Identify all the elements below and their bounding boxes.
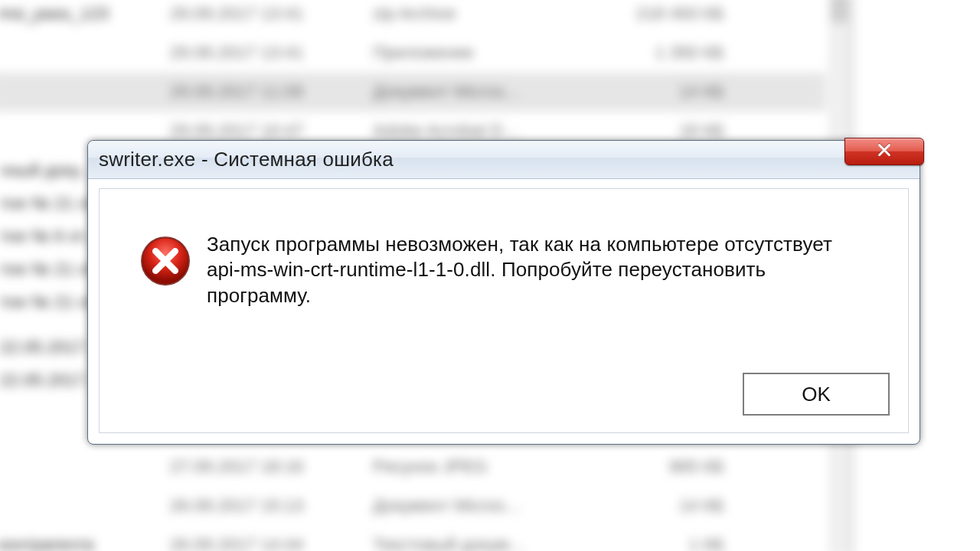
cell-type: zip Archive	[373, 4, 592, 24]
dialog-body: Запуск программы невозможен, так как на …	[99, 188, 909, 433]
table-row: 27.09.2017 18:16 Рисунок JPEG 865 КБ	[0, 447, 826, 486]
cell-date: 26.09.2017 14:44	[170, 535, 373, 551]
cell-size: 865 КБ	[592, 457, 733, 478]
table-row: 26.09.2017 15:13 Документ Micros… 14 КБ	[0, 486, 826, 525]
close-icon	[876, 142, 893, 161]
cell-date: 26.09.2017 15:13	[170, 496, 373, 517]
table-row: msi_pass_123 29.09.2017 13:41 zip Archiv…	[0, 0, 826, 34]
cell-size: 218 493 КБ	[592, 4, 733, 24]
bg-top-rows: msi_pass_123 29.09.2017 13:41 zip Archiv…	[0, 0, 826, 151]
table-row: контрагента 26.09.2017 14:44 Текстовый д…	[0, 525, 826, 551]
ok-button[interactable]: OK	[743, 373, 890, 416]
close-button[interactable]	[844, 138, 924, 165]
cell-name: msi_pass_123	[0, 4, 170, 24]
bg-bottom-rows: 27.09.2017 18:16 Рисунок JPEG 865 КБ 26.…	[0, 447, 826, 551]
cell-size: 1 350 КБ	[592, 43, 733, 64]
cell-size: 14 КБ	[592, 496, 733, 517]
cell-name: контрагента	[0, 535, 170, 551]
cell-date: 27.09.2017 18:16	[170, 457, 373, 478]
cell-type: Документ Micros…	[373, 82, 592, 103]
table-row: 29.09.2017 13:41 Приложение 1 350 КБ	[0, 34, 826, 73]
cell-type: Документ Micros…	[373, 496, 592, 517]
bg-scrollbar-thumb	[832, 0, 847, 22]
cell-type: Рисунок JPEG	[373, 457, 592, 478]
error-icon	[139, 235, 191, 287]
dialog-titlebar[interactable]: swriter.exe - Системная ошибка	[88, 141, 920, 179]
cell-size: 14 КБ	[592, 82, 733, 103]
cell-type: Текстовый докум…	[373, 535, 592, 551]
dialog-buttons: OK	[743, 373, 890, 416]
table-row: 29.09.2017 11:09 Документ Micros… 14 КБ	[0, 73, 826, 112]
cell-size: 18 КБ	[592, 121, 733, 142]
error-dialog: swriter.exe - Системная ошибка	[87, 140, 920, 445]
dialog-title: swriter.exe - Системная ошибка	[88, 148, 394, 171]
message-area: Запуск программы невозможен, так как на …	[100, 189, 908, 308]
error-message: Запуск программы невозможен, так как на …	[207, 232, 865, 308]
cell-date: 29.09.2017 13:41	[170, 43, 373, 64]
cell-date: 29.09.2017 13:41	[170, 4, 373, 24]
cell-type: Приложение	[373, 43, 592, 64]
cell-type: Adobe Acrobat D…	[373, 121, 592, 142]
cell-date: 29.09.2017 11:09	[170, 82, 373, 103]
cell-date: 29.09.2017 10:47	[170, 121, 373, 142]
cell-size: 1 КБ	[592, 535, 733, 551]
